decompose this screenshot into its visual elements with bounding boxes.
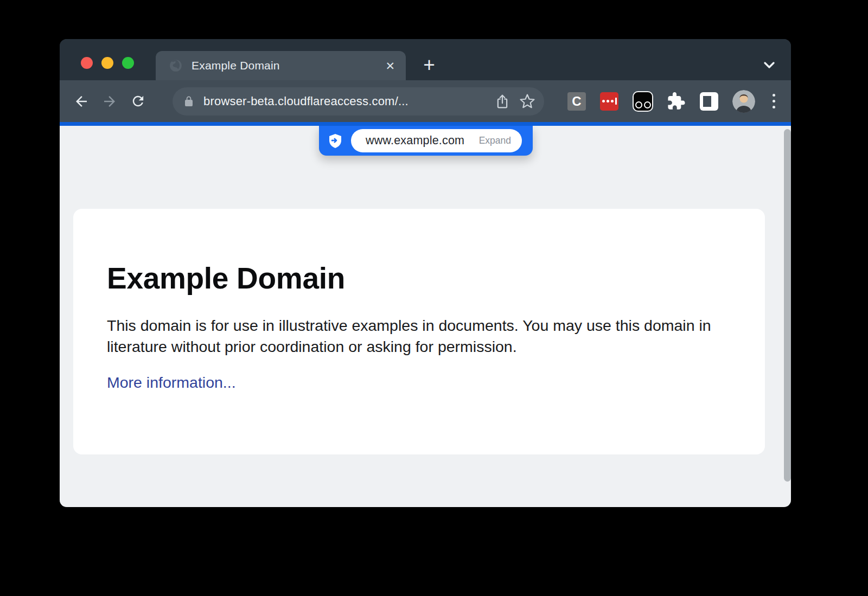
window-zoom-button[interactable] [122,57,134,69]
window-close-button[interactable] [81,57,93,69]
chevron-down-icon [761,59,777,72]
back-button[interactable] [69,89,93,113]
content-card: Example Domain This domain is for use in… [73,209,765,454]
extension-dark-button[interactable] [633,91,653,112]
reload-button[interactable] [126,89,150,113]
tab-example-domain[interactable]: Example Domain ✕ [156,51,406,80]
badge-domain-text: www.example.com [366,134,479,148]
sidebar-icon [703,96,711,107]
share-icon [494,93,510,110]
puzzle-icon [667,92,686,111]
tab-overview-button[interactable] [761,59,777,72]
kebab-menu-icon [773,94,775,97]
browser-window: Example Domain ✕ + [60,39,791,507]
page-paragraph: This domain is for use in illustrative e… [107,315,731,357]
extension-password-manager-button[interactable] [600,92,618,111]
forward-icon [101,93,118,110]
shield-arrow-icon [327,132,344,150]
avatar [732,90,755,113]
browser-menu-button[interactable] [769,94,778,108]
profile-avatar-button[interactable] [732,90,755,113]
globe-favicon-icon [169,59,183,73]
badge-domain-pill[interactable]: www.example.com Expand [351,129,522,152]
back-icon [73,93,90,110]
page-heading: Example Domain [107,261,765,296]
star-icon [519,93,535,110]
extension-c-button[interactable]: C [567,92,586,111]
tab-title: Example Domain [192,59,385,72]
toolbar: browser-beta.cloudflareaccess.com/... C [60,80,791,122]
access-indicator-bar [60,122,791,126]
new-tab-button[interactable]: + [419,55,439,76]
page-viewport: www.example.com Expand Example Domain Th… [60,126,791,507]
forward-button[interactable] [98,89,122,113]
tab-close-icon[interactable]: ✕ [385,60,395,72]
reload-icon [130,93,146,109]
extensions-area: C [567,80,778,122]
window-minimize-button[interactable] [101,57,113,69]
more-information-link[interactable]: More information... [107,374,236,392]
remote-browser-badge: www.example.com Expand [319,126,533,156]
sidebar-toggle-button[interactable] [700,92,718,111]
badge-expand-button[interactable]: Expand [479,135,511,146]
tab-strip: Example Domain ✕ + [60,39,791,80]
lock-icon[interactable] [182,95,195,108]
share-button[interactable] [494,93,510,110]
window-controls [81,57,134,69]
bookmark-star-button[interactable] [519,93,535,110]
url-text: browser-beta.cloudflareaccess.com/... [203,94,486,108]
address-bar[interactable]: browser-beta.cloudflareaccess.com/... [173,87,544,116]
scrollbar-thumb[interactable] [784,129,791,482]
extensions-puzzle-button[interactable] [667,92,686,111]
